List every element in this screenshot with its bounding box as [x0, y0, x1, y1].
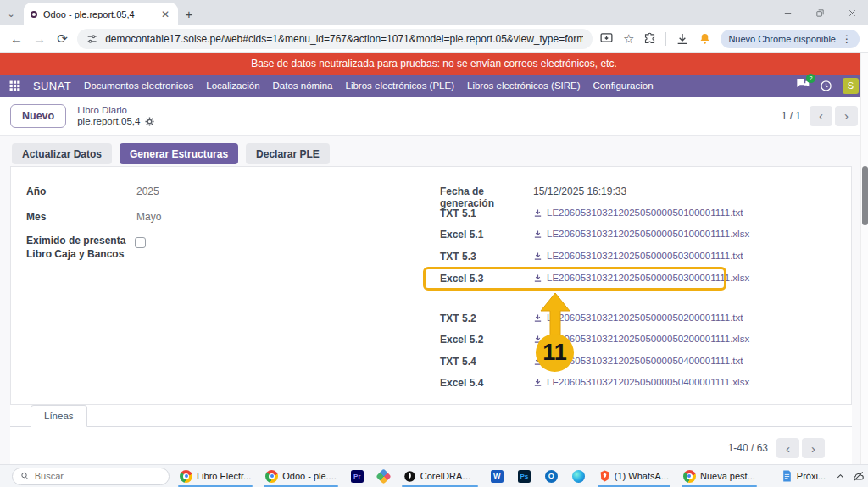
search-input[interactable] [35, 471, 161, 481]
nav-item-documentos[interactable]: Documentos electronicos [84, 80, 193, 91]
excel54-download-link[interactable]: LE20605310321202505000050400001111.xlsx [533, 377, 749, 387]
neutralized-db-banner: Base de datos neutralizada para pruebas:… [0, 53, 868, 75]
nav-item-libros-sire[interactable]: Libros electrónicos (SIRE) [467, 80, 581, 91]
nav-item-datos-nomina[interactable]: Datos nómina [273, 80, 333, 91]
activities-clock-icon[interactable] [820, 80, 832, 92]
taskbar-app-documento[interactable]: Próxi... [777, 466, 830, 487]
url-bar[interactable]: democontable17.solse.pe/web#cids=1&menu_… [77, 29, 593, 49]
page-scrollbar[interactable] [860, 53, 868, 464]
record-pager-text: 1 / 1 [782, 110, 801, 122]
taskbar-app-whatsapp[interactable]: (1) WhatsA... [595, 466, 673, 487]
txt53-download-link[interactable]: LE20605310321202505000050300001111.txt [533, 251, 743, 261]
month-value[interactable]: Mayo [136, 211, 161, 223]
tab-search-button[interactable]: ⌄ [0, 2, 22, 25]
taskbar-app-coreldraw[interactable]: CorelDRAW... [399, 466, 481, 487]
generar-estructuras-button[interactable]: Generar Estructuras [120, 143, 238, 164]
taskbar-app-photoshop[interactable]: Ps [514, 466, 535, 487]
photoshop-icon: Ps [518, 470, 531, 483]
toolbar-divider [665, 32, 666, 46]
scrollbar-thumb[interactable] [862, 166, 868, 225]
forward-icon[interactable]: → [31, 31, 47, 46]
tab-close-icon[interactable]: ✕ [159, 8, 171, 20]
browser-tab[interactable]: Odoo - ple.report.05,4 ✕ [24, 3, 178, 25]
tray-chevron-up-icon[interactable] [836, 472, 845, 481]
restore-button[interactable] [804, 0, 836, 25]
breadcrumb-parent[interactable]: Libro Diario [77, 105, 154, 115]
url-text: democontable17.solse.pe/web#cids=1&menu_… [105, 33, 583, 45]
taskbar-app-pinwheel[interactable] [374, 466, 393, 487]
notebook-tabstrip: Líneas [10, 405, 852, 427]
windows-taskbar: Libro Electr... Odoo - ple.... Pr CorelD… [0, 464, 868, 487]
download-icon [533, 230, 542, 239]
extensions-icon[interactable] [643, 32, 656, 45]
bookmark-star-icon[interactable]: ☆ [623, 31, 634, 47]
save-to-device-icon[interactable] [599, 31, 614, 46]
txt51-download-link[interactable]: LE20605310321202505000050100001111.txt [533, 208, 743, 218]
pinwheel-app-icon [376, 468, 391, 484]
taskbar-app-libro[interactable]: Libro Electr... [175, 466, 255, 487]
taskbar-app-premiere[interactable]: Pr [347, 466, 368, 487]
year-value[interactable]: 2025 [136, 185, 159, 197]
lines-list-area: 1-40 / 63 ‹ › [10, 427, 852, 464]
apps-grid-icon[interactable] [9, 80, 20, 91]
back-icon[interactable]: ← [8, 31, 25, 46]
taskbar-search[interactable] [12, 468, 170, 485]
site-settings-icon[interactable] [86, 33, 97, 45]
brave-shield-icon [599, 470, 610, 482]
nav-item-localizacion[interactable]: Localización [206, 80, 259, 91]
brand-sunat[interactable]: SUNAT [33, 80, 71, 92]
banner-text: Base de datos neutralizada para pruebas:… [251, 58, 617, 69]
lines-pager: 1-40 / 63 ‹ › [728, 438, 825, 458]
step-number-badge: 11 [536, 334, 574, 372]
step-highlight-box [423, 267, 726, 291]
minimize-button[interactable] [771, 0, 804, 25]
taskbar-app-nueva-pestana[interactable]: Nueva pest... [679, 466, 760, 487]
lines-pager-text: 1-40 / 63 [728, 442, 768, 454]
taskbar-app-outlook[interactable]: O [541, 466, 562, 487]
record-pager: 1 / 1 ‹ › [782, 106, 858, 126]
lines-pager-previous-button[interactable]: ‹ [776, 438, 799, 458]
nav-item-libros-ple[interactable]: Libros electrónicos (PLE) [346, 80, 454, 91]
form-view: Actualizar Datos Generar Estructuras Dec… [0, 136, 868, 464]
messages-badge: 2 [806, 74, 815, 83]
exempt-label: Eximido de presenta Libro Caja y Bancos [26, 235, 135, 261]
reload-icon[interactable]: ⟳ [54, 31, 70, 47]
step-arrow-icon [540, 293, 570, 337]
pager-next-button[interactable]: › [835, 106, 858, 126]
actualizar-datos-button[interactable]: Actualizar Datos [12, 143, 112, 164]
chrome-icon [265, 470, 278, 483]
premiere-icon: Pr [351, 470, 364, 483]
taskbar-app-odoo[interactable]: Odoo - ple.... [261, 466, 341, 487]
excel51-download-link[interactable]: LE20605310321202505000050100001111.xlsx [533, 229, 749, 239]
cloud-off-icon[interactable] [852, 471, 865, 482]
downloads-icon[interactable] [676, 32, 689, 46]
declarar-ple-button[interactable]: Declarar PLE [246, 143, 330, 164]
new-tab-button[interactable]: + [178, 3, 200, 25]
control-panel: Nuevo Libro Diario ple.report.05,4 1 / 1… [0, 97, 868, 136]
lines-pager-next-button[interactable]: › [802, 438, 825, 458]
pager-previous-button[interactable]: ‹ [810, 106, 832, 126]
chrome-icon [180, 470, 192, 483]
search-icon [20, 471, 30, 481]
exempt-checkbox[interactable] [135, 237, 146, 248]
taskbar-app-edge[interactable] [568, 466, 589, 487]
update-bell-icon[interactable] [698, 32, 711, 45]
taskbar-app-word[interactable]: W [487, 466, 508, 487]
txt51-label: TXT 5.1 [440, 208, 533, 219]
close-button[interactable] [836, 0, 868, 25]
screen: ⌄ Odoo - ple.report.05,4 ✕ + ← → ⟳ democ… [0, 0, 868, 487]
chrome-update-chip[interactable]: Nuevo Chrome disponible ⋮ [721, 30, 860, 48]
coreldraw-icon [403, 470, 416, 483]
document-icon [782, 470, 793, 482]
user-avatar[interactable]: S [843, 78, 859, 94]
tab-lineas[interactable]: Líneas [31, 405, 87, 427]
new-record-button[interactable]: Nuevo [10, 104, 66, 128]
excel51-label: Excel 5.1 [440, 229, 533, 241]
browser-titlebar: ⌄ Odoo - ple.report.05,4 ✕ + [0, 0, 868, 25]
statusbar-buttons: Actualizar Datos Generar Estructuras Dec… [12, 143, 330, 164]
gear-icon[interactable] [145, 117, 154, 126]
browser-menu-icon[interactable]: ⋮ [842, 33, 852, 45]
messages-icon[interactable]: 2 [796, 78, 810, 93]
nav-item-configuracion[interactable]: Configuracion [593, 80, 654, 91]
odoo-navbar: SUNAT Documentos electronicos Localizaci… [0, 75, 868, 97]
